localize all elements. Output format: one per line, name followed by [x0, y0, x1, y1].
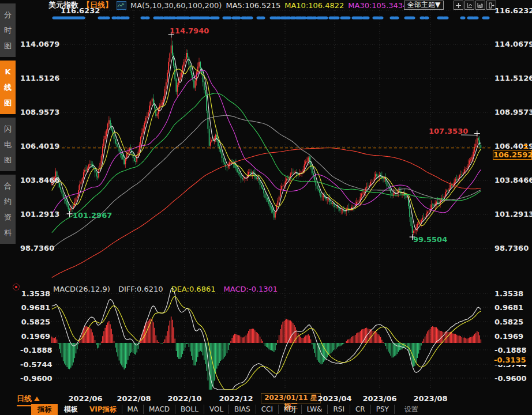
macd-axis-label: 0.9681 [20, 303, 50, 312]
y-axis-label-right: 103.8466 [494, 176, 532, 184]
x-axis-label: 2023/04 [317, 394, 351, 403]
y-axis-label-right: 111.5126 [494, 74, 532, 82]
ma5-value: MA5:106.5215 [226, 1, 280, 10]
y-axis-label: 108.9573 [20, 108, 50, 116]
y-axis-label: 106.4019 [20, 142, 50, 150]
y-axis-label-right: 108.9573 [494, 108, 532, 116]
annotation-high: 107.3530 [429, 127, 468, 135]
macd-axis-label: -0.9600 [20, 374, 50, 383]
crosshair-date-box: 2023/01/11 星期三 [261, 393, 321, 403]
y-axis-label: 98.7360 [20, 244, 50, 252]
toolbar-item-cci[interactable]: CCI [256, 405, 278, 414]
x-axis-label: 2022/06 [68, 394, 102, 403]
macd-axis-label-right: 0.9681 [494, 303, 523, 312]
toolbar-item-rsi[interactable]: RSI [327, 405, 350, 414]
macd-axis-label: 0.5825 [20, 318, 50, 326]
macd-title: MACD(26,12,9) [53, 285, 110, 293]
crosshair-move-icon[interactable] [454, 1, 463, 10]
extreme-cross-marker [474, 130, 480, 136]
gridlines-layer [51, 10, 492, 390]
ma30-value: MA30:105.3434 [348, 1, 407, 10]
toolbar-item-bias[interactable]: BIAS [228, 405, 256, 414]
toolbar-item-ma[interactable]: MA [122, 405, 144, 414]
y-axis-label-right: 114.0679 [494, 40, 532, 48]
chart-canvas[interactable] [0, 0, 532, 415]
annotation-low: 101.2967 [73, 211, 112, 220]
x-axis-label: 2022/08 [117, 394, 151, 403]
toolbar-item-cr[interactable]: CR [350, 405, 370, 414]
ma-line-5 [52, 56, 481, 230]
macd-axis-label-right: 0.5825 [494, 318, 523, 326]
x-axis-label: 2023/06 [362, 394, 396, 403]
sidebar-tab-lightning-chart[interactable]: 闪电图 [0, 118, 16, 171]
toolbar-item-macd[interactable]: MACD [143, 405, 175, 414]
extreme-cross-marker [67, 211, 73, 217]
macd-axis-label: 1.3538 [20, 289, 50, 298]
ma-group-label: MA(5,10,30,60,100,200) [130, 1, 222, 10]
macd-axis-label: -0.5744 [20, 360, 50, 369]
toolbar-item-psy[interactable]: PSY [370, 405, 395, 414]
kline-mini-icon [117, 1, 126, 10]
macd-bars-negative [58, 343, 421, 390]
macd-diff-line [52, 288, 481, 390]
sidebar-tab-kline-chart[interactable]: K线图 [0, 61, 16, 114]
price-position-icon [523, 144, 528, 149]
indicator-toolbar: 指标 模板 VIP指标 MA MACD BOLL VOL BIAS CCI KD… [31, 404, 424, 414]
y-axis-label-right: 101.2913 [494, 210, 532, 218]
macd-dea-value: DEA:0.6861 [171, 285, 216, 293]
macd-axis-label-right: -0.1888 [494, 346, 527, 354]
ma-line-200 [52, 148, 481, 278]
y-axis-label-right: 98.7360 [494, 244, 529, 252]
x-axis-label: 2022/10 [167, 394, 201, 403]
y-axis-label: 101.2913 [20, 210, 50, 218]
triangle-up-icon [34, 397, 40, 401]
macd-axis-label-right: 0.1969 [494, 332, 523, 341]
toolbar-item-vol[interactable]: VOL [204, 405, 228, 414]
toolbar-item-kdj[interactable]: KDJ [278, 405, 301, 414]
chart-type-sidebar: 分时图 K线图 闪电图 合约资料 [0, 3, 16, 244]
toolbar-tab-indicator[interactable]: 指标 [31, 404, 58, 415]
y-axis-label: 114.0679 [20, 40, 50, 48]
y-axis-label: 116.6232 [61, 6, 100, 15]
ma10-value: MA10:106.4822 [284, 1, 344, 10]
sidebar-tab-contract-info[interactable]: 合约资料 [0, 175, 16, 244]
macd-header: MACD(26,12,9) DIFF:0.6210 DEA:0.6861 MAC… [53, 285, 283, 293]
annotation-low: 99.5504 [413, 235, 447, 244]
sidebar-tab-time-chart[interactable]: 分时图 [0, 3, 16, 57]
annotation-high: 114.7940 [170, 27, 209, 35]
theme-dropdown-button[interactable]: 全部主题▼ [404, 1, 444, 10]
y-axis-label-right: 116.6232 [494, 6, 532, 15]
trading-app-window: 美元指数 【日线】 MA(5,10,30,60,100,200) MA5:106… [0, 0, 532, 415]
toolbar-tab-vip-indicator[interactable]: VIP指标 [84, 404, 122, 415]
macd-diff-value: DIFF:0.6210 [118, 285, 163, 293]
macd-bars-positive [52, 316, 481, 343]
macd-macd-value: MACD:-0.1301 [224, 285, 278, 293]
macd-axis-label-right: -0.9600 [494, 374, 527, 383]
x-axis-label: 2023/08 [413, 394, 447, 403]
chart-axes-icon[interactable] [464, 1, 474, 10]
toolbar-settings-button[interactable]: 设置 [399, 404, 424, 415]
macd-axis-label: 0.1969 [20, 332, 50, 341]
toolbar-item-lw[interactable]: LW& [301, 405, 328, 414]
y-axis-label: 111.5126 [20, 74, 50, 82]
ma-line-60 [52, 93, 481, 233]
y-axis-label: 103.8466 [20, 176, 50, 184]
macd-axis-label: -0.1888 [20, 346, 50, 354]
macd-crosshair-value-box: -0.3135 [494, 356, 531, 365]
macd-axis-label-right: 1.3538 [494, 289, 523, 298]
chart-axes-alt-icon[interactable] [475, 1, 485, 10]
toolbar-tab-template[interactable]: 模板 [58, 404, 84, 415]
indicator-settings-icon[interactable] [13, 284, 20, 290]
x-axis-label: 2022/12 [219, 394, 253, 403]
toolbar-item-boll[interactable]: BOLL [175, 405, 204, 414]
last-price-box: 106.2592 [493, 150, 532, 160]
